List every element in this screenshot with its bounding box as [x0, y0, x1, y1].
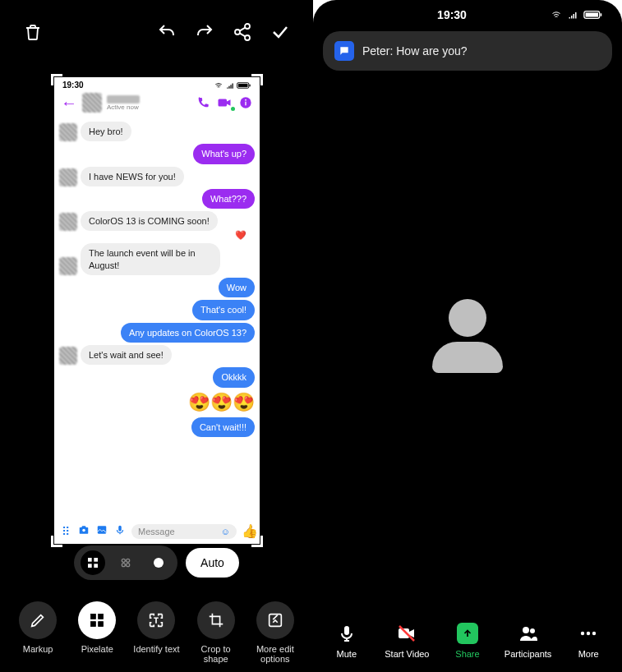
back-icon[interactable]: ← [61, 94, 77, 113]
editor-bottom-tools: Markup Pixelate Identify text Crop to sh… [0, 601, 313, 664]
sender-avatar [59, 257, 77, 275]
participants-button[interactable]: Participants [500, 621, 556, 659]
tool-identify-text[interactable]: Identify text [130, 601, 182, 654]
outgoing-message-row: What??? [59, 189, 255, 209]
battery-icon [583, 10, 604, 20]
redo-button[interactable] [195, 22, 214, 45]
messages-app-icon [334, 41, 354, 61]
outgoing-message-row: Can't wait!!! [59, 417, 255, 437]
share-button[interactable]: Share [440, 621, 495, 659]
svg-rect-24 [99, 621, 104, 626]
chat-input-bar: ⠿ Message ☺ 👍 [54, 520, 260, 544]
svg-point-1 [235, 30, 240, 35]
message-bubble[interactable]: Wow [219, 278, 255, 297]
more-button[interactable]: More [560, 621, 616, 659]
delete-button[interactable] [23, 22, 43, 45]
video-off-icon [394, 621, 419, 646]
svg-point-2 [245, 35, 250, 40]
message-bubble[interactable]: What's up? [193, 144, 255, 163]
emoji-message: 😍😍😍 [59, 390, 255, 415]
svg-point-9 [245, 99, 246, 101]
svg-rect-6 [219, 99, 228, 107]
tool-crop-to-shape[interactable]: Crop to shape [190, 601, 242, 664]
message-bubble[interactable]: Okkkk [213, 367, 255, 387]
crop-handle-tl[interactable] [51, 74, 62, 85]
info-icon[interactable] [238, 95, 253, 110]
outgoing-message-row: That's cool! [59, 300, 255, 320]
mute-button[interactable]: Mute [319, 621, 375, 659]
message-bubble[interactable]: Hey bro! [81, 122, 131, 141]
button-label: Share [455, 649, 479, 659]
incoming-message-row: Let's wait and see! [59, 345, 255, 365]
share-button[interactable] [233, 22, 252, 45]
incoming-message-row: ColorOS 13 is COMING soon! [59, 211, 255, 231]
mic-icon [334, 621, 359, 646]
undo-button[interactable] [157, 22, 177, 45]
pixelate-style-pill [74, 545, 177, 580]
phone-statusbar: 19:30 [313, 0, 622, 26]
crop-handle-tr[interactable] [251, 74, 263, 85]
button-label: More [578, 649, 599, 659]
signal-icon [566, 10, 579, 20]
voice-call-icon[interactable] [196, 95, 210, 110]
message-bubble[interactable]: What??? [202, 189, 255, 209]
svg-rect-8 [245, 102, 246, 106]
message-input[interactable]: Message ☺ [131, 524, 237, 539]
notification-banner[interactable]: Peter: How are you? [323, 31, 612, 71]
svg-point-32 [523, 627, 529, 633]
message-bubble[interactable]: That's cool! [192, 300, 255, 320]
gallery-icon[interactable] [95, 524, 108, 538]
message-bubble[interactable]: I have NEWS for you! [81, 167, 184, 186]
tool-label: Pixelate [81, 644, 113, 654]
participants-icon [516, 621, 541, 646]
svg-rect-22 [99, 614, 104, 619]
outgoing-message-row: Any updates on ColorOS 13? [59, 323, 255, 343]
tool-more-edit[interactable]: More edit options [249, 601, 302, 664]
svg-rect-16 [94, 564, 98, 568]
outgoing-message-row: Wow [59, 278, 255, 297]
confirm-button[interactable] [270, 22, 290, 45]
svg-point-10 [82, 529, 85, 532]
mic-icon[interactable] [113, 524, 127, 538]
tool-pixelate[interactable]: Pixelate [71, 601, 123, 654]
outgoing-message-row: What's up? [59, 144, 255, 163]
message-bubble[interactable]: ColorOS 13 is COMING soon! [81, 211, 218, 231]
call-controls: Mute Start Video Share Participants More [313, 614, 622, 669]
tool-label: Markup [23, 644, 53, 654]
contact-name-block: Active now [107, 95, 191, 111]
screenshot-time: 19:30 [62, 81, 84, 90]
message-bubble[interactable]: Any updates on ColorOS 13? [121, 323, 255, 343]
message-bubble[interactable]: Let's wait and see! [81, 345, 172, 365]
pixelate-style-mosaic[interactable] [81, 550, 105, 575]
pixelate-style-solid[interactable] [146, 550, 171, 575]
emoji-icon[interactable]: ☺ [221, 527, 230, 536]
camera-icon[interactable] [77, 524, 90, 538]
more-icon [576, 621, 601, 646]
auto-button[interactable]: Auto [186, 548, 239, 578]
incoming-message-row: The launch event will be in August! [59, 243, 255, 275]
button-label: Start Video [385, 649, 429, 659]
contact-name-blurred [107, 95, 140, 104]
chat-messages: Hey bro!What's up?I have NEWS for you!Wh… [54, 116, 260, 520]
start-video-button[interactable]: Start Video [379, 621, 435, 659]
svg-rect-15 [88, 564, 92, 568]
tool-markup[interactable]: Markup [12, 601, 64, 654]
chat-header: ← Active now [54, 90, 260, 116]
svg-rect-12 [118, 526, 122, 532]
svg-rect-11 [98, 526, 107, 533]
screenshot-canvas[interactable]: 19:30 ← Active now [54, 77, 260, 544]
participant-avatar-placeholder [426, 299, 509, 373]
video-call-icon[interactable] [217, 95, 232, 110]
sender-avatar [59, 347, 77, 365]
pixelate-style-blur[interactable] [113, 550, 138, 575]
message-bubble[interactable]: Can't wait!!! [191, 417, 255, 437]
screenshot-editor-panel: 19:30 ← Active now [0, 0, 313, 672]
message-bubble[interactable]: The launch event will be in August! [81, 243, 220, 275]
svg-rect-13 [88, 558, 92, 562]
tool-label: Identify text [133, 644, 179, 654]
sender-avatar [59, 213, 77, 231]
svg-rect-5 [249, 84, 250, 86]
svg-point-0 [245, 24, 250, 29]
contact-avatar[interactable] [82, 93, 102, 113]
status-time: 19:30 [354, 8, 550, 21]
